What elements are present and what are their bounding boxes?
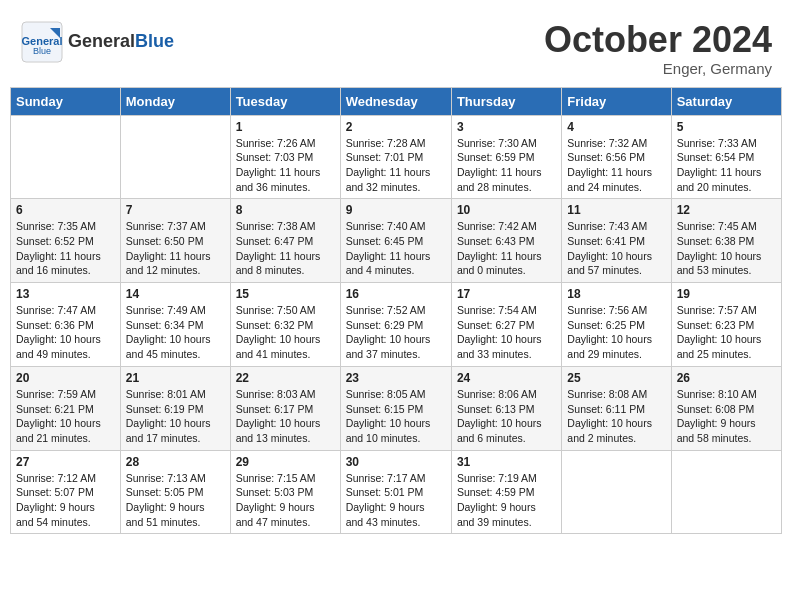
calendar-cell-4-2: 21Sunrise: 8:01 AM Sunset: 6:19 PM Dayli… bbox=[120, 366, 230, 450]
day-info: Sunrise: 7:52 AM Sunset: 6:29 PM Dayligh… bbox=[346, 303, 446, 362]
calendar-cell-5-4: 30Sunrise: 7:17 AM Sunset: 5:01 PM Dayli… bbox=[340, 450, 451, 534]
month-title: October 2024 bbox=[544, 20, 772, 60]
day-info: Sunrise: 7:17 AM Sunset: 5:01 PM Dayligh… bbox=[346, 471, 446, 530]
calendar-cell-1-6: 4Sunrise: 7:32 AM Sunset: 6:56 PM Daylig… bbox=[562, 115, 671, 199]
day-number: 22 bbox=[236, 371, 335, 385]
day-info: Sunrise: 7:28 AM Sunset: 7:01 PM Dayligh… bbox=[346, 136, 446, 195]
day-number: 25 bbox=[567, 371, 665, 385]
day-number: 29 bbox=[236, 455, 335, 469]
day-number: 31 bbox=[457, 455, 556, 469]
calendar-cell-1-1 bbox=[11, 115, 121, 199]
calendar-cell-4-3: 22Sunrise: 8:03 AM Sunset: 6:17 PM Dayli… bbox=[230, 366, 340, 450]
calendar-cell-3-5: 17Sunrise: 7:54 AM Sunset: 6:27 PM Dayli… bbox=[451, 283, 561, 367]
day-number: 10 bbox=[457, 203, 556, 217]
day-info: Sunrise: 7:12 AM Sunset: 5:07 PM Dayligh… bbox=[16, 471, 115, 530]
day-number: 21 bbox=[126, 371, 225, 385]
day-number: 7 bbox=[126, 203, 225, 217]
day-info: Sunrise: 7:54 AM Sunset: 6:27 PM Dayligh… bbox=[457, 303, 556, 362]
day-number: 6 bbox=[16, 203, 115, 217]
calendar-cell-4-4: 23Sunrise: 8:05 AM Sunset: 6:15 PM Dayli… bbox=[340, 366, 451, 450]
logo-general: General bbox=[68, 31, 135, 51]
day-number: 16 bbox=[346, 287, 446, 301]
col-header-monday: Monday bbox=[120, 87, 230, 115]
day-number: 5 bbox=[677, 120, 776, 134]
day-number: 19 bbox=[677, 287, 776, 301]
calendar-cell-1-7: 5Sunrise: 7:33 AM Sunset: 6:54 PM Daylig… bbox=[671, 115, 781, 199]
day-info: Sunrise: 7:15 AM Sunset: 5:03 PM Dayligh… bbox=[236, 471, 335, 530]
calendar-cell-2-1: 6Sunrise: 7:35 AM Sunset: 6:52 PM Daylig… bbox=[11, 199, 121, 283]
col-header-friday: Friday bbox=[562, 87, 671, 115]
logo-icon: General Blue bbox=[20, 20, 64, 64]
day-number: 20 bbox=[16, 371, 115, 385]
calendar-cell-3-6: 18Sunrise: 7:56 AM Sunset: 6:25 PM Dayli… bbox=[562, 283, 671, 367]
day-info: Sunrise: 7:50 AM Sunset: 6:32 PM Dayligh… bbox=[236, 303, 335, 362]
logo: General Blue GeneralBlue bbox=[20, 20, 174, 64]
calendar-cell-3-1: 13Sunrise: 7:47 AM Sunset: 6:36 PM Dayli… bbox=[11, 283, 121, 367]
calendar-cell-1-3: 1Sunrise: 7:26 AM Sunset: 7:03 PM Daylig… bbox=[230, 115, 340, 199]
day-info: Sunrise: 7:32 AM Sunset: 6:56 PM Dayligh… bbox=[567, 136, 665, 195]
title-area: October 2024 Enger, Germany bbox=[544, 20, 772, 77]
calendar-table: SundayMondayTuesdayWednesdayThursdayFrid… bbox=[10, 87, 782, 535]
calendar-week-3: 13Sunrise: 7:47 AM Sunset: 6:36 PM Dayli… bbox=[11, 283, 782, 367]
calendar-cell-3-3: 15Sunrise: 7:50 AM Sunset: 6:32 PM Dayli… bbox=[230, 283, 340, 367]
day-info: Sunrise: 7:37 AM Sunset: 6:50 PM Dayligh… bbox=[126, 219, 225, 278]
calendar-cell-5-3: 29Sunrise: 7:15 AM Sunset: 5:03 PM Dayli… bbox=[230, 450, 340, 534]
day-number: 26 bbox=[677, 371, 776, 385]
day-number: 3 bbox=[457, 120, 556, 134]
calendar-cell-1-4: 2Sunrise: 7:28 AM Sunset: 7:01 PM Daylig… bbox=[340, 115, 451, 199]
day-info: Sunrise: 7:45 AM Sunset: 6:38 PM Dayligh… bbox=[677, 219, 776, 278]
logo-text: GeneralBlue bbox=[68, 32, 174, 52]
calendar-cell-2-4: 9Sunrise: 7:40 AM Sunset: 6:45 PM Daylig… bbox=[340, 199, 451, 283]
col-header-tuesday: Tuesday bbox=[230, 87, 340, 115]
day-number: 28 bbox=[126, 455, 225, 469]
day-info: Sunrise: 7:40 AM Sunset: 6:45 PM Dayligh… bbox=[346, 219, 446, 278]
calendar-cell-5-6 bbox=[562, 450, 671, 534]
calendar-cell-4-7: 26Sunrise: 8:10 AM Sunset: 6:08 PM Dayli… bbox=[671, 366, 781, 450]
col-header-thursday: Thursday bbox=[451, 87, 561, 115]
calendar-cell-3-7: 19Sunrise: 7:57 AM Sunset: 6:23 PM Dayli… bbox=[671, 283, 781, 367]
calendar-cell-2-2: 7Sunrise: 7:37 AM Sunset: 6:50 PM Daylig… bbox=[120, 199, 230, 283]
page-header: General Blue GeneralBlue October 2024 En… bbox=[10, 10, 782, 82]
col-header-saturday: Saturday bbox=[671, 87, 781, 115]
day-number: 30 bbox=[346, 455, 446, 469]
day-info: Sunrise: 8:01 AM Sunset: 6:19 PM Dayligh… bbox=[126, 387, 225, 446]
calendar-cell-5-5: 31Sunrise: 7:19 AM Sunset: 4:59 PM Dayli… bbox=[451, 450, 561, 534]
day-number: 24 bbox=[457, 371, 556, 385]
calendar-header-row: SundayMondayTuesdayWednesdayThursdayFrid… bbox=[11, 87, 782, 115]
calendar-cell-2-3: 8Sunrise: 7:38 AM Sunset: 6:47 PM Daylig… bbox=[230, 199, 340, 283]
calendar-cell-3-2: 14Sunrise: 7:49 AM Sunset: 6:34 PM Dayli… bbox=[120, 283, 230, 367]
calendar-cell-5-1: 27Sunrise: 7:12 AM Sunset: 5:07 PM Dayli… bbox=[11, 450, 121, 534]
col-header-sunday: Sunday bbox=[11, 87, 121, 115]
calendar-cell-2-5: 10Sunrise: 7:42 AM Sunset: 6:43 PM Dayli… bbox=[451, 199, 561, 283]
day-info: Sunrise: 7:47 AM Sunset: 6:36 PM Dayligh… bbox=[16, 303, 115, 362]
day-info: Sunrise: 7:42 AM Sunset: 6:43 PM Dayligh… bbox=[457, 219, 556, 278]
calendar-week-1: 1Sunrise: 7:26 AM Sunset: 7:03 PM Daylig… bbox=[11, 115, 782, 199]
day-info: Sunrise: 8:05 AM Sunset: 6:15 PM Dayligh… bbox=[346, 387, 446, 446]
day-number: 18 bbox=[567, 287, 665, 301]
day-number: 1 bbox=[236, 120, 335, 134]
day-number: 13 bbox=[16, 287, 115, 301]
day-info: Sunrise: 7:13 AM Sunset: 5:05 PM Dayligh… bbox=[126, 471, 225, 530]
day-info: Sunrise: 7:43 AM Sunset: 6:41 PM Dayligh… bbox=[567, 219, 665, 278]
calendar-cell-4-5: 24Sunrise: 8:06 AM Sunset: 6:13 PM Dayli… bbox=[451, 366, 561, 450]
day-info: Sunrise: 8:10 AM Sunset: 6:08 PM Dayligh… bbox=[677, 387, 776, 446]
calendar-cell-5-7 bbox=[671, 450, 781, 534]
logo-blue: Blue bbox=[135, 31, 174, 51]
day-info: Sunrise: 8:06 AM Sunset: 6:13 PM Dayligh… bbox=[457, 387, 556, 446]
day-number: 8 bbox=[236, 203, 335, 217]
calendar-cell-4-1: 20Sunrise: 7:59 AM Sunset: 6:21 PM Dayli… bbox=[11, 366, 121, 450]
day-number: 4 bbox=[567, 120, 665, 134]
day-info: Sunrise: 8:03 AM Sunset: 6:17 PM Dayligh… bbox=[236, 387, 335, 446]
day-info: Sunrise: 7:49 AM Sunset: 6:34 PM Dayligh… bbox=[126, 303, 225, 362]
location: Enger, Germany bbox=[544, 60, 772, 77]
day-number: 14 bbox=[126, 287, 225, 301]
calendar-cell-3-4: 16Sunrise: 7:52 AM Sunset: 6:29 PM Dayli… bbox=[340, 283, 451, 367]
day-number: 11 bbox=[567, 203, 665, 217]
calendar-cell-4-6: 25Sunrise: 8:08 AM Sunset: 6:11 PM Dayli… bbox=[562, 366, 671, 450]
day-info: Sunrise: 7:26 AM Sunset: 7:03 PM Dayligh… bbox=[236, 136, 335, 195]
day-info: Sunrise: 7:19 AM Sunset: 4:59 PM Dayligh… bbox=[457, 471, 556, 530]
day-info: Sunrise: 7:35 AM Sunset: 6:52 PM Dayligh… bbox=[16, 219, 115, 278]
day-info: Sunrise: 7:33 AM Sunset: 6:54 PM Dayligh… bbox=[677, 136, 776, 195]
col-header-wednesday: Wednesday bbox=[340, 87, 451, 115]
day-number: 12 bbox=[677, 203, 776, 217]
